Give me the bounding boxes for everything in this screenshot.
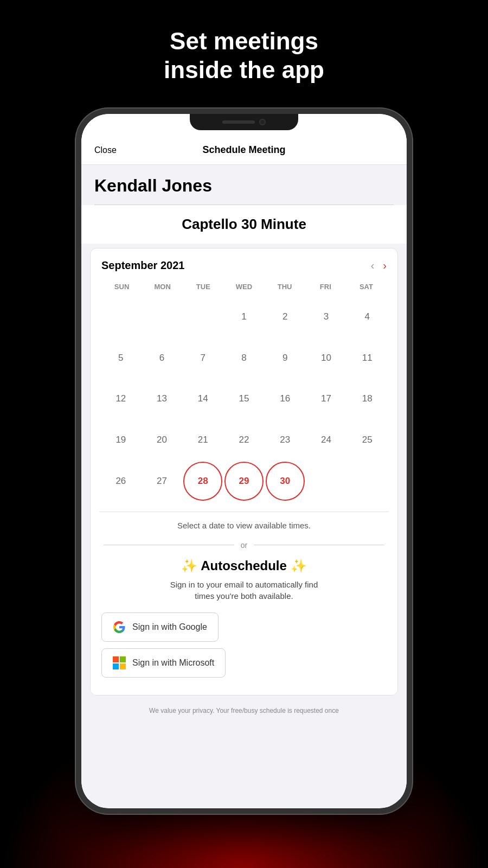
table-row[interactable]: 18 <box>348 379 387 418</box>
google-signin-label: Sign in with Google <box>132 622 207 632</box>
day-headers: SUN MON TUE WED THU FRI SAT <box>101 280 387 293</box>
table-row[interactable]: 24 <box>307 420 346 459</box>
calendar-grid: 1234567891011121314151617181920212223242… <box>101 297 387 501</box>
table-row[interactable]: 15 <box>224 379 264 418</box>
ms-green <box>120 656 126 662</box>
table-row[interactable]: 25 <box>348 420 387 459</box>
table-row[interactable]: 9 <box>266 339 305 378</box>
next-month-button[interactable]: › <box>383 259 387 272</box>
nav-title: Schedule Meeting <box>202 144 285 156</box>
main-card: September 2021 ‹ › SUN MON TUE WED THU F <box>90 248 398 695</box>
table-row[interactable]: 2 <box>266 297 305 336</box>
table-row <box>307 462 346 501</box>
microsoft-signin-button[interactable]: Sign in with Microsoft <box>101 648 226 678</box>
contact-name: Kendall Jones <box>94 176 394 196</box>
speaker <box>222 120 255 124</box>
table-row[interactable]: 13 <box>143 379 182 418</box>
table-row[interactable]: 21 <box>183 420 222 459</box>
day-sun: SUN <box>101 280 142 293</box>
table-row[interactable]: 30 <box>266 462 305 501</box>
day-wed: WED <box>223 280 264 293</box>
table-row[interactable]: 3 <box>307 297 346 336</box>
day-mon: MON <box>142 280 183 293</box>
phone-frame: Close Schedule Meeting Kendall Jones Cap… <box>76 108 412 814</box>
calendar-month: September 2021 <box>101 259 184 272</box>
prev-month-button[interactable]: ‹ <box>371 259 375 272</box>
table-row[interactable]: 28 <box>183 462 222 501</box>
calendar-nav: ‹ › <box>371 259 387 272</box>
table-row[interactable]: 20 <box>143 420 182 459</box>
table-row[interactable]: 11 <box>348 339 387 378</box>
ms-blue <box>113 663 119 669</box>
close-button[interactable]: Close <box>94 145 117 155</box>
day-thu: THU <box>265 280 305 293</box>
autoschedule-desc: Sign in to your email to automatically f… <box>101 579 387 602</box>
table-row[interactable]: 23 <box>266 420 305 459</box>
table-row <box>348 462 387 501</box>
calendar-header: September 2021 ‹ › <box>101 259 387 272</box>
day-fri: FRI <box>305 280 346 293</box>
google-icon <box>113 621 126 634</box>
table-row[interactable]: 27 <box>143 462 182 501</box>
day-sat: SAT <box>346 280 387 293</box>
autoschedule-section: ✨ Autoschedule ✨ Sign in to your email t… <box>91 558 397 695</box>
table-row[interactable]: 26 <box>101 462 140 501</box>
table-row[interactable]: 10 <box>307 339 346 378</box>
privacy-text: We value your privacy. Your free/busy sc… <box>81 700 407 722</box>
table-row[interactable]: 14 <box>183 379 222 418</box>
table-row[interactable]: 12 <box>101 379 140 418</box>
table-row <box>143 297 182 336</box>
ms-red <box>113 656 119 662</box>
microsoft-signin-label: Sign in with Microsoft <box>132 658 214 668</box>
meeting-type-section: Captello 30 Minute <box>81 205 407 244</box>
table-row[interactable]: 6 <box>143 339 182 378</box>
table-row[interactable]: 7 <box>183 339 222 378</box>
table-row <box>101 297 140 336</box>
or-line-left <box>104 545 234 545</box>
autoschedule-title: ✨ Autoschedule ✨ <box>101 558 387 573</box>
table-row[interactable]: 16 <box>266 379 305 418</box>
meeting-type-text: Captello 30 Minute <box>94 216 394 233</box>
select-date-text: Select a date to view available times. <box>91 512 397 539</box>
table-row[interactable]: 29 <box>224 462 264 501</box>
content-area: Kendall Jones Captello 30 Minute Septemb… <box>81 165 407 800</box>
table-row[interactable]: 19 <box>101 420 140 459</box>
phone-notch <box>190 114 298 130</box>
phone-screen: Close Schedule Meeting Kendall Jones Cap… <box>81 114 407 808</box>
day-tue: TUE <box>183 280 223 293</box>
table-row[interactable]: 22 <box>224 420 264 459</box>
header-title: Set meetings inside the app <box>0 27 488 85</box>
calendar-section: September 2021 ‹ › SUN MON TUE WED THU F <box>91 248 397 512</box>
ms-yellow <box>120 663 126 669</box>
or-text: or <box>234 541 254 550</box>
or-line-right <box>254 545 384 545</box>
table-row[interactable]: 17 <box>307 379 346 418</box>
table-row[interactable]: 4 <box>348 297 387 336</box>
table-row[interactable]: 8 <box>224 339 264 378</box>
table-row[interactable]: 1 <box>224 297 264 336</box>
table-row[interactable]: 5 <box>101 339 140 378</box>
microsoft-icon <box>113 656 126 669</box>
contact-section: Kendall Jones <box>81 165 407 205</box>
nav-bar: Close Schedule Meeting <box>81 138 407 165</box>
table-row <box>183 297 222 336</box>
camera <box>259 119 266 125</box>
google-signin-button[interactable]: Sign in with Google <box>101 612 219 642</box>
or-divider: or <box>91 541 397 550</box>
